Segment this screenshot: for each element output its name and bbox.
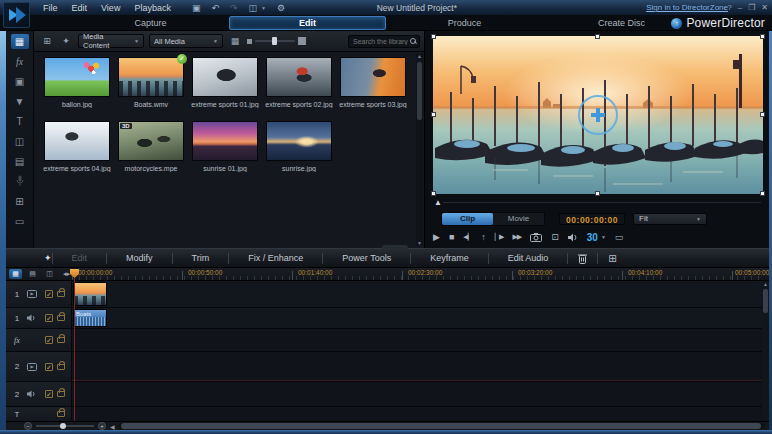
track-content[interactable] <box>72 407 769 421</box>
thumbnail-motorcycles[interactable]: 3D <box>118 121 184 161</box>
scroll-left-icon[interactable]: ◀ <box>110 423 115 430</box>
preview-window-button[interactable]: ⊡ <box>551 230 559 244</box>
zoom-slider-knob[interactable] <box>60 423 66 429</box>
movie-mode-button[interactable]: Movie <box>493 213 544 225</box>
scrollbar-thumb[interactable] <box>763 289 768 313</box>
scroll-up-icon[interactable]: ▲ <box>416 53 423 59</box>
thumbnail-skydive[interactable] <box>44 121 110 161</box>
thumbnail-skateboard[interactable] <box>340 57 406 97</box>
effect-room-icon[interactable]: fx <box>11 54 29 69</box>
small-thumbnail-icon[interactable] <box>247 39 252 44</box>
library-item[interactable]: extreme sports 01.jpg <box>188 57 262 108</box>
timecode-display[interactable]: 00:00:00:00 <box>559 213 625 225</box>
previous-frame-button[interactable]: ◀▏ <box>463 230 472 244</box>
tab-produce[interactable]: Produce <box>386 15 543 31</box>
media-content-dropdown[interactable]: Media Content ▼ <box>78 34 144 48</box>
pip-objects-room-icon[interactable]: ▣ <box>11 74 29 89</box>
chapter-room-icon[interactable]: ⊞ <box>11 194 29 209</box>
resize-handle-w[interactable] <box>431 112 436 117</box>
track-content[interactable] <box>72 352 769 381</box>
thumbnail-bmx[interactable] <box>192 57 258 97</box>
timeline-zoom-slider[interactable] <box>36 425 94 427</box>
preview-quality-fps-button[interactable]: 30 <box>587 232 598 243</box>
stop-button[interactable]: ■ <box>449 230 454 244</box>
zoom-out-button[interactable]: − <box>24 422 32 430</box>
scroll-up-icon[interactable]: ▲ <box>762 281 769 287</box>
volume-icon[interactable] <box>568 233 578 242</box>
track-lock-icon[interactable] <box>57 291 65 297</box>
thumbnail-boats[interactable]: ✓ <box>118 57 184 97</box>
thumbnail-motocross[interactable] <box>266 57 332 97</box>
track-content[interactable]: Boats <box>72 308 769 328</box>
audio-clip-boats[interactable]: Boats <box>73 309 107 327</box>
library-item[interactable]: sunrise 01.jpg <box>188 121 262 172</box>
menu-playback[interactable]: Playback <box>127 3 178 13</box>
settings-gear-icon[interactable]: ⚙ <box>277 3 285 13</box>
voiceover-room-icon[interactable] <box>11 174 29 189</box>
clip-mode-button[interactable]: Clip <box>442 213 493 225</box>
3d-display-dropdown-icon[interactable]: ▼ <box>261 5 266 11</box>
scrollbar-thumb[interactable] <box>417 62 422 120</box>
track-lock-icon[interactable] <box>57 364 65 370</box>
save-icon[interactable]: ▣ <box>192 3 201 13</box>
timeline-view-icon[interactable]: ▤ <box>26 269 39 279</box>
title-room-icon[interactable]: T <box>11 114 29 129</box>
seek-track[interactable] <box>443 202 761 203</box>
resize-handle-sw[interactable] <box>431 191 436 196</box>
resize-handle-s[interactable] <box>595 191 600 196</box>
signin-directorzone-link[interactable]: Sign in to DirectorZone <box>646 3 728 12</box>
library-scrollbar[interactable]: ▲ ▼ <box>416 53 423 246</box>
library-item[interactable]: ballon.jpg <box>40 57 114 108</box>
library-item[interactable]: extreme sports 04.jpg <box>40 121 114 172</box>
toolbar-trim-button[interactable]: Trim <box>173 253 229 263</box>
timeline-ruler[interactable]: ▦ ▤ ◫ ◂▸ 00:00:00:00 00:00:50:00 00:01:4… <box>6 268 769 281</box>
timeline-vertical-scrollbar[interactable]: ▲ <box>762 281 769 420</box>
track-content[interactable] <box>72 281 769 307</box>
3d-display-icon[interactable]: ◫ <box>249 3 258 13</box>
storyboard-view-icon[interactable]: ◫ <box>43 269 56 279</box>
scroll-down-icon[interactable]: ▼ <box>416 240 423 246</box>
toolbar-power-tools-button[interactable]: Power Tools <box>323 253 410 263</box>
pip-center-crosshair[interactable] <box>578 95 618 135</box>
magic-wand-icon[interactable]: ✦ <box>59 36 73 46</box>
capture-frame-button[interactable]: ↑ <box>481 230 486 244</box>
transition-room-icon[interactable]: ◫ <box>11 134 29 149</box>
minimize-button[interactable]: – <box>738 3 742 12</box>
zoom-slider-knob[interactable] <box>272 37 277 45</box>
thumbnail-zoom-slider[interactable] <box>255 40 295 42</box>
media-room-icon[interactable]: ▦ <box>11 34 29 49</box>
tab-edit[interactable]: Edit <box>229 16 386 30</box>
seek-handle-icon[interactable]: ▲ <box>434 198 442 207</box>
snapshot-camera-icon[interactable] <box>530 233 542 242</box>
track-enable-checkbox[interactable]: ✓ <box>45 314 53 322</box>
trash-icon[interactable] <box>568 253 597 264</box>
particle-room-icon[interactable]: ▼ <box>11 94 29 109</box>
fit-zoom-dropdown[interactable]: Fit ▼ <box>633 213 707 225</box>
toolbar-fix-enhance-button[interactable]: Fix / Enhance <box>229 253 322 263</box>
track-enable-checkbox[interactable]: ✓ <box>45 390 53 398</box>
toolbar-edit-button[interactable]: Edit <box>53 253 107 263</box>
timeline-horizontal-scrollbar[interactable] <box>119 423 765 429</box>
fast-forward-button[interactable]: ▶▶ <box>512 230 521 244</box>
track-content[interactable] <box>72 329 769 351</box>
subtitle-room-icon[interactable]: ▭ <box>11 214 29 229</box>
menu-view[interactable]: View <box>94 3 127 13</box>
toolbar-keyframe-button[interactable]: Keyframe <box>411 253 488 263</box>
resize-handle-n[interactable] <box>595 34 600 39</box>
redo-icon[interactable]: ↷ <box>230 3 238 13</box>
track-lock-icon[interactable] <box>57 337 65 343</box>
maximize-button[interactable]: ❐ <box>748 3 755 12</box>
magic-tools-wand-icon[interactable]: ✦ <box>44 253 52 263</box>
large-thumbnail-icon[interactable] <box>298 37 306 45</box>
library-item[interactable]: extreme sports 03.jpg <box>336 57 410 108</box>
thumbnail-balloon[interactable] <box>44 57 110 97</box>
library-searchbox[interactable] <box>348 35 420 48</box>
menu-file[interactable]: File <box>36 3 65 13</box>
tab-capture[interactable]: Capture <box>72 15 229 31</box>
track-content[interactable] <box>72 382 769 406</box>
thumbnail-sunrise-flowers[interactable] <box>192 121 258 161</box>
video-clip-boats[interactable] <box>73 282 107 306</box>
fps-dropdown-icon[interactable]: ▼ <box>601 234 606 240</box>
library-item[interactable]: ✓ Boats.wmv <box>114 57 188 108</box>
track-enable-checkbox[interactable]: ✓ <box>45 290 53 298</box>
